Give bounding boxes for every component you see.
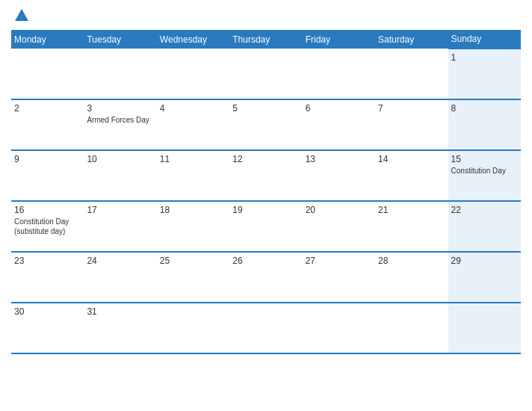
calendar-cell: 19 bbox=[229, 201, 302, 252]
day-number: 2 bbox=[14, 103, 81, 114]
svg-marker-0 bbox=[15, 9, 28, 21]
calendar-cell: 14 bbox=[375, 150, 448, 201]
weekday-header-wednesday: Wednesday bbox=[157, 30, 229, 49]
calendar-table: MondayTuesdayWednesdayThursdayFridaySatu… bbox=[11, 30, 521, 354]
day-number: 12 bbox=[232, 154, 299, 164]
calendar-cell: 13 bbox=[303, 150, 375, 201]
weekday-header-sunday: Sunday bbox=[448, 30, 521, 49]
day-number: 8 bbox=[451, 103, 518, 114]
calendar-cell: 17 bbox=[84, 201, 156, 252]
calendar-cell: 25 bbox=[157, 252, 229, 303]
calendar-cell: 1 bbox=[448, 49, 521, 99]
weekday-header-saturday: Saturday bbox=[375, 30, 448, 49]
day-number: 20 bbox=[306, 205, 372, 215]
day-number: 19 bbox=[232, 205, 299, 215]
calendar-cell bbox=[11, 49, 84, 99]
calendar-week-2: 23Armed Forces Day45678 bbox=[11, 99, 521, 150]
calendar-cell bbox=[448, 303, 521, 353]
weekday-header-tuesday: Tuesday bbox=[84, 30, 156, 49]
day-number: 14 bbox=[378, 154, 445, 164]
day-number: 22 bbox=[451, 205, 518, 215]
calendar-week-3: 9101112131415Constitution Day bbox=[11, 150, 521, 201]
day-number: 16 bbox=[14, 205, 81, 215]
calendar-cell: 2 bbox=[11, 99, 84, 150]
day-number: 5 bbox=[232, 103, 299, 114]
calendar-cell bbox=[84, 49, 156, 99]
calendar-cell: 8 bbox=[448, 99, 521, 150]
day-number: 21 bbox=[378, 205, 445, 215]
calendar-cell: 4 bbox=[157, 99, 229, 150]
day-event: Armed Forces Day bbox=[87, 115, 153, 125]
day-number: 9 bbox=[14, 154, 81, 164]
day-number: 10 bbox=[87, 154, 153, 164]
calendar-cell bbox=[375, 303, 448, 353]
weekday-header-row: MondayTuesdayWednesdayThursdayFridaySatu… bbox=[11, 30, 521, 49]
calendar-cell bbox=[157, 49, 229, 99]
calendar-cell bbox=[229, 303, 302, 353]
day-number: 11 bbox=[160, 154, 226, 164]
weekday-header-thursday: Thursday bbox=[229, 30, 302, 49]
calendar-week-5: 23242526272829 bbox=[11, 252, 521, 303]
weekday-header-monday: Monday bbox=[11, 30, 84, 49]
calendar-cell: 9 bbox=[11, 150, 84, 201]
day-number: 27 bbox=[306, 256, 372, 266]
calendar-cell bbox=[157, 303, 229, 353]
day-number: 3 bbox=[87, 103, 153, 114]
calendar-cell: 21 bbox=[375, 201, 448, 252]
calendar-week-4: 16Constitution Day (substitute day)17181… bbox=[11, 201, 521, 252]
day-number: 25 bbox=[160, 256, 226, 266]
calendar-cell bbox=[375, 49, 448, 99]
calendar-week-1: 1 bbox=[11, 49, 521, 99]
day-number: 30 bbox=[14, 306, 81, 317]
calendar-page: MondayTuesdayWednesdayThursdayFridaySatu… bbox=[0, 0, 532, 411]
calendar-cell: 6 bbox=[303, 99, 375, 150]
calendar-cell: 16Constitution Day (substitute day) bbox=[11, 201, 84, 252]
day-number: 31 bbox=[87, 306, 153, 317]
page-header bbox=[11, 7, 521, 24]
calendar-cell: 30 bbox=[11, 303, 84, 353]
day-number: 24 bbox=[87, 256, 153, 266]
calendar-cell: 26 bbox=[229, 252, 302, 303]
calendar-cell: 15Constitution Day bbox=[448, 150, 521, 201]
day-number: 13 bbox=[306, 154, 372, 164]
logo-icon bbox=[13, 7, 30, 24]
calendar-cell bbox=[303, 49, 375, 99]
calendar-cell: 31 bbox=[84, 303, 156, 353]
day-number: 1 bbox=[451, 52, 518, 63]
day-number: 15 bbox=[451, 154, 518, 164]
calendar-cell: 27 bbox=[303, 252, 375, 303]
calendar-cell bbox=[229, 49, 302, 99]
calendar-cell: 18 bbox=[157, 201, 229, 252]
weekday-header-friday: Friday bbox=[303, 30, 375, 49]
calendar-week-6: 3031 bbox=[11, 303, 521, 353]
day-number: 26 bbox=[232, 256, 299, 266]
day-event: Constitution Day (substitute day) bbox=[14, 217, 81, 236]
calendar-cell: 22 bbox=[448, 201, 521, 252]
calendar-cell: 7 bbox=[375, 99, 448, 150]
calendar-cell: 29 bbox=[448, 252, 521, 303]
day-number: 28 bbox=[378, 256, 445, 266]
logo bbox=[11, 7, 30, 24]
day-number: 17 bbox=[87, 205, 153, 215]
day-number: 29 bbox=[451, 256, 518, 266]
day-number: 6 bbox=[306, 103, 372, 114]
calendar-cell: 11 bbox=[157, 150, 229, 201]
calendar-cell: 12 bbox=[229, 150, 302, 201]
calendar-cell bbox=[303, 303, 375, 353]
calendar-cell: 28 bbox=[375, 252, 448, 303]
day-number: 18 bbox=[160, 205, 226, 215]
day-number: 7 bbox=[378, 103, 445, 114]
calendar-cell: 10 bbox=[84, 150, 156, 201]
day-number: 23 bbox=[14, 256, 81, 266]
calendar-cell: 5 bbox=[229, 99, 302, 150]
day-event: Constitution Day bbox=[451, 166, 518, 176]
calendar-cell: 23 bbox=[11, 252, 84, 303]
calendar-cell: 20 bbox=[303, 201, 375, 252]
calendar-cell: 3Armed Forces Day bbox=[84, 99, 156, 150]
day-number: 4 bbox=[160, 103, 226, 114]
calendar-cell: 24 bbox=[84, 252, 156, 303]
